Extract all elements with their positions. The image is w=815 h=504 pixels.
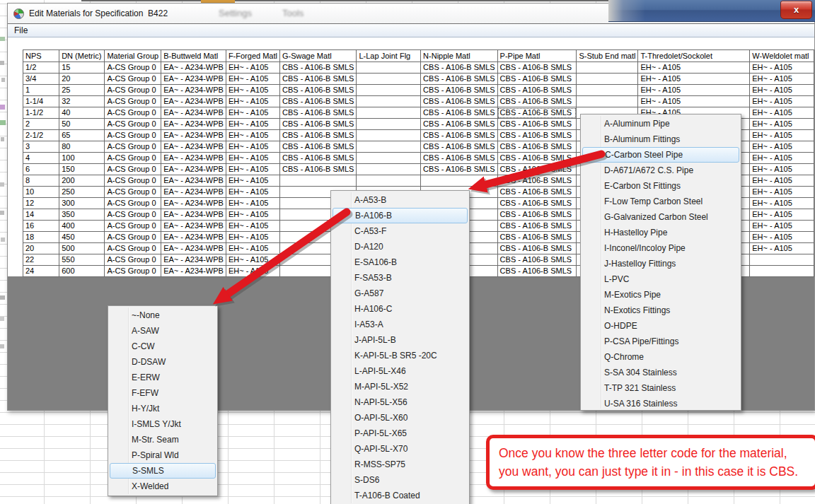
table-cell[interactable]: EA~ - A234-WPB [161, 62, 226, 74]
menu-item[interactable]: H-A106-C [331, 301, 469, 317]
menu-item[interactable]: A-SAW [108, 323, 217, 339]
table-cell[interactable] [577, 96, 638, 107]
table-cell[interactable]: 300 [59, 198, 105, 209]
table-cell[interactable]: CBS - A106-B SMLS [279, 107, 357, 119]
table-cell[interactable]: EH~ - A105 [750, 85, 814, 96]
menu-item[interactable]: D-A671/A672 C.S. Pipe [581, 163, 741, 178]
table-cell[interactable]: EH~ - A105 [750, 141, 814, 153]
table-cell[interactable]: A-CS Group 0 [105, 107, 161, 119]
menu-item[interactable]: C-CW [108, 339, 217, 354]
table-cell[interactable]: CBS - A106-B SMLS [421, 153, 498, 164]
table-cell[interactable]: EH~ - A105 [226, 232, 279, 243]
table-cell[interactable]: EH~ - A105 [750, 74, 814, 85]
table-cell[interactable]: 80 [59, 141, 105, 153]
table-cell[interactable]: 12 [23, 198, 59, 209]
table-cell[interactable]: A-CS Group 0 [105, 164, 161, 175]
table-cell[interactable]: CBS - A106-B SMLS [279, 153, 357, 164]
table-cell[interactable]: EA~ - A234-WPB [161, 266, 226, 277]
table-cell[interactable] [357, 130, 421, 141]
table-cell[interactable]: CBS - A106-B SMLS [497, 175, 577, 187]
table-cell[interactable]: EA~ - A234-WPB [161, 85, 226, 96]
table-cell[interactable]: EA~ - A234-WPB [161, 130, 226, 141]
table-cell[interactable] [357, 141, 421, 153]
table-cell[interactable]: A-CS Group 0 [105, 198, 161, 209]
table-cell[interactable]: EA~ - A234-WPB [161, 153, 226, 164]
table-cell[interactable]: EH~ - A105 [750, 96, 814, 107]
table-cell[interactable]: CBS - A106-B SMLS [421, 164, 498, 175]
menu-item[interactable]: X-Welded [108, 479, 217, 494]
menu-item[interactable]: H-Hastelloy Pipe [581, 225, 741, 240]
table-cell[interactable]: EH~ - A105 [638, 96, 750, 107]
table-cell[interactable]: CBS - A106-B SMLS [497, 107, 577, 119]
table-cell[interactable]: CBS - A106-B SMLS [497, 119, 577, 130]
table-cell[interactable]: A-CS Group 0 [105, 96, 161, 107]
table-cell[interactable]: 22 [23, 254, 59, 266]
menu-item[interactable]: P-Spiral Wld [108, 447, 217, 463]
table-cell[interactable]: EA~ - A234-WPB [161, 198, 226, 209]
table-cell[interactable]: 1-1/4 [23, 96, 59, 107]
table-cell[interactable]: CBS - A106-B SMLS [497, 187, 577, 198]
menu-item[interactable]: I-Inconel/Incoloy Pipe [581, 240, 741, 256]
table-cell[interactable] [357, 107, 421, 119]
table-cell[interactable]: CBS - A106-B SMLS [497, 232, 577, 243]
table-cell[interactable]: EH~ - A105 [226, 153, 279, 164]
table-cell[interactable]: EH~ - A105 [226, 119, 279, 130]
table-cell[interactable]: EH~ - A105 [638, 85, 750, 96]
table-cell[interactable]: CBS - A106-B SMLS [421, 119, 498, 130]
table-cell[interactable]: 400 [59, 221, 105, 232]
menu-item[interactable]: M-API-5L-X52 [331, 379, 469, 394]
file-menu[interactable]: File [8, 24, 34, 37]
table-cell[interactable]: 24 [23, 266, 59, 277]
table-cell[interactable]: CBS - A106-B SMLS [421, 130, 498, 141]
table-cell[interactable]: 6 [23, 164, 59, 175]
table-cell[interactable] [357, 175, 421, 187]
table-cell[interactable]: A-CS Group 0 [105, 187, 161, 198]
menu-item[interactable]: C-A53-F [331, 223, 469, 239]
menu-item[interactable]: A-A53-B [331, 192, 469, 208]
table-cell[interactable]: 1-1/2 [23, 107, 59, 119]
table-cell[interactable]: EH~ - A105 [750, 198, 814, 209]
menu-item[interactable]: L-API-5L-X46 [331, 363, 469, 379]
table-cell[interactable] [577, 85, 638, 96]
table-cell[interactable]: CBS - A106-B SMLS [497, 221, 577, 232]
table-cell[interactable]: A-CS Group 0 [105, 254, 161, 266]
table-cell[interactable]: EA~ - A234-WPB [161, 232, 226, 243]
table-cell[interactable]: CBS - A106-B SMLS [279, 141, 357, 153]
table-cell[interactable]: 450 [59, 232, 105, 243]
table-cell[interactable]: 20 [23, 243, 59, 254]
menu-item[interactable]: A-Aluminum Pipe [581, 116, 741, 131]
table-cell[interactable]: 20 [59, 74, 105, 85]
table-cell[interactable]: EH~ - A105 [226, 221, 279, 232]
menu-item[interactable]: M-Exotics Pipe [581, 287, 741, 303]
table-cell[interactable]: CBS - A106-B SMLS [497, 153, 577, 164]
table-cell[interactable]: EH~ - A105 [226, 175, 279, 187]
table-cell[interactable]: EA~ - A234-WPB [161, 119, 226, 130]
table-cell[interactable]: 32 [59, 96, 105, 107]
table-cell[interactable]: EA~ - A234-WPB [161, 221, 226, 232]
table-cell[interactable]: 150 [59, 164, 105, 175]
table-cell[interactable] [357, 164, 421, 175]
table-cell[interactable]: 1 [23, 85, 59, 96]
table-cell[interactable]: A-CS Group 0 [105, 62, 161, 74]
table-cell[interactable] [357, 119, 421, 130]
table-cell[interactable]: 3 [23, 141, 59, 153]
menu-item[interactable]: K-API-5L-B SR5 -20C [331, 348, 469, 363]
table-cell[interactable]: EH~ - A105 [750, 175, 814, 187]
menu-item[interactable]: S-SMLS [110, 463, 216, 479]
table-cell[interactable]: EH~ - A105 [226, 266, 279, 277]
table-cell[interactable]: EA~ - A234-WPB [161, 187, 226, 198]
table-cell[interactable]: EH~ - A105 [750, 221, 814, 232]
menu-item[interactable]: U-SA 316 Stainless [581, 396, 741, 411]
menu-item[interactable]: R-MSS-SP75 [331, 457, 469, 472]
table-cell[interactable]: A-CS Group 0 [105, 175, 161, 187]
table-cell[interactable]: 15 [59, 62, 105, 74]
table-cell[interactable] [577, 62, 638, 74]
menu-item[interactable]: E-ERW [108, 370, 217, 385]
table-cell[interactable]: CBS - A106-B SMLS [421, 62, 498, 74]
close-icon[interactable]: x [780, 1, 812, 19]
table-cell[interactable]: A-CS Group 0 [105, 209, 161, 221]
table-cell[interactable]: 2-1/2 [23, 130, 59, 141]
table-cell[interactable]: 500 [59, 243, 105, 254]
table-cell[interactable]: 40 [59, 107, 105, 119]
menu-item[interactable]: F-EFW [108, 385, 217, 401]
